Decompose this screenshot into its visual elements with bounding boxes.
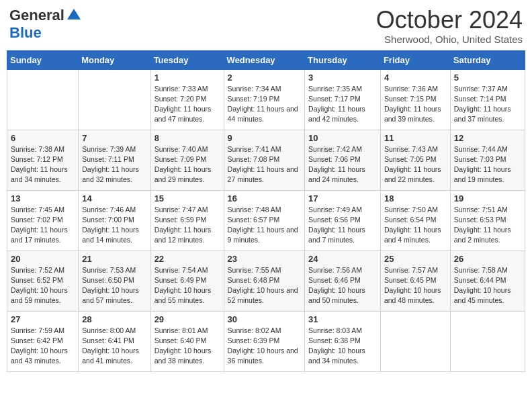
daylight-text: Daylight: 11 hours and 29 minutes. bbox=[154, 165, 220, 185]
sunrise-text: Sunrise: 8:02 AM bbox=[228, 326, 302, 336]
sunset-text: Sunset: 6:59 PM bbox=[154, 215, 220, 225]
sunset-text: Sunset: 6:40 PM bbox=[154, 336, 220, 346]
calendar-cell: 9Sunrise: 7:41 AMSunset: 7:08 PMDaylight… bbox=[224, 130, 305, 190]
calendar-cell: 22Sunrise: 7:54 AMSunset: 6:49 PMDayligh… bbox=[150, 250, 224, 311]
daylight-text: Daylight: 11 hours and 2 minutes. bbox=[454, 225, 521, 245]
sunset-text: Sunset: 7:14 PM bbox=[454, 94, 521, 104]
sunset-text: Sunset: 6:49 PM bbox=[154, 275, 220, 285]
day-info: Sunrise: 7:50 AMSunset: 6:54 PMDaylight:… bbox=[384, 205, 447, 246]
day-info: Sunrise: 7:39 AMSunset: 7:11 PMDaylight:… bbox=[82, 144, 146, 185]
sunrise-text: Sunrise: 7:39 AM bbox=[82, 144, 146, 154]
calendar-cell: 2Sunrise: 7:34 AMSunset: 7:19 PMDaylight… bbox=[224, 69, 305, 130]
day-info: Sunrise: 7:49 AMSunset: 6:56 PMDaylight:… bbox=[308, 205, 377, 246]
daylight-text: Daylight: 10 hours and 45 minutes. bbox=[454, 285, 521, 306]
day-number: 18 bbox=[384, 193, 447, 203]
sunset-text: Sunset: 6:52 PM bbox=[11, 275, 75, 285]
sunrise-text: Sunrise: 7:54 AM bbox=[154, 265, 220, 275]
calendar-cell: 11Sunrise: 7:43 AMSunset: 7:05 PMDayligh… bbox=[380, 130, 450, 190]
calendar-cell bbox=[79, 69, 150, 130]
sunset-text: Sunset: 6:45 PM bbox=[384, 275, 447, 285]
calendar-cell: 3Sunrise: 7:35 AMSunset: 7:17 PMDaylight… bbox=[305, 69, 381, 130]
day-info: Sunrise: 7:43 AMSunset: 7:05 PMDaylight:… bbox=[384, 144, 447, 185]
calendar-cell: 12Sunrise: 7:44 AMSunset: 7:03 PMDayligh… bbox=[450, 130, 525, 190]
calendar-cell: 23Sunrise: 7:55 AMSunset: 6:48 PMDayligh… bbox=[224, 250, 305, 311]
daylight-text: Daylight: 11 hours and 44 minutes. bbox=[228, 104, 302, 124]
day-number: 12 bbox=[454, 133, 521, 143]
svg-marker-0 bbox=[67, 9, 81, 19]
day-info: Sunrise: 7:34 AMSunset: 7:19 PMDaylight:… bbox=[228, 84, 302, 125]
day-of-week-header: Saturday bbox=[450, 50, 525, 69]
daylight-text: Daylight: 11 hours and 27 minutes. bbox=[228, 165, 302, 185]
sunset-text: Sunset: 6:53 PM bbox=[454, 215, 521, 225]
sunrise-text: Sunrise: 7:51 AM bbox=[454, 205, 521, 215]
daylight-text: Daylight: 11 hours and 19 minutes. bbox=[454, 165, 521, 185]
daylight-text: Daylight: 10 hours and 48 minutes. bbox=[384, 285, 447, 306]
day-info: Sunrise: 7:59 AMSunset: 6:42 PMDaylight:… bbox=[11, 326, 75, 367]
sunset-text: Sunset: 6:42 PM bbox=[11, 336, 75, 346]
day-number: 2 bbox=[228, 73, 302, 83]
daylight-text: Daylight: 10 hours and 55 minutes. bbox=[154, 285, 220, 306]
sunset-text: Sunset: 6:41 PM bbox=[82, 336, 146, 346]
day-info: Sunrise: 7:47 AMSunset: 6:59 PMDaylight:… bbox=[154, 205, 220, 246]
sunrise-text: Sunrise: 7:36 AM bbox=[384, 84, 447, 94]
sunset-text: Sunset: 6:54 PM bbox=[384, 215, 447, 225]
sunrise-text: Sunrise: 7:42 AM bbox=[308, 144, 377, 154]
daylight-text: Daylight: 10 hours and 59 minutes. bbox=[11, 285, 75, 306]
calendar-cell: 8Sunrise: 7:40 AMSunset: 7:09 PMDaylight… bbox=[150, 130, 224, 190]
day-number: 1 bbox=[154, 73, 220, 83]
calendar-cell: 30Sunrise: 8:02 AMSunset: 6:39 PMDayligh… bbox=[224, 311, 305, 371]
calendar-cell bbox=[7, 69, 79, 130]
daylight-text: Daylight: 11 hours and 42 minutes. bbox=[308, 104, 377, 124]
calendar-cell: 15Sunrise: 7:47 AMSunset: 6:59 PMDayligh… bbox=[150, 190, 224, 250]
sunrise-text: Sunrise: 7:33 AM bbox=[154, 84, 220, 94]
sunrise-text: Sunrise: 8:03 AM bbox=[308, 326, 377, 336]
sunrise-text: Sunrise: 7:38 AM bbox=[11, 144, 75, 154]
calendar-cell: 18Sunrise: 7:50 AMSunset: 6:54 PMDayligh… bbox=[380, 190, 450, 250]
day-info: Sunrise: 7:51 AMSunset: 6:53 PMDaylight:… bbox=[454, 205, 521, 246]
day-info: Sunrise: 7:40 AMSunset: 7:09 PMDaylight:… bbox=[154, 144, 220, 185]
daylight-text: Daylight: 11 hours and 4 minutes. bbox=[384, 225, 447, 245]
daylight-text: Daylight: 11 hours and 22 minutes. bbox=[384, 165, 447, 185]
calendar-header-row: SundayMondayTuesdayWednesdayThursdayFrid… bbox=[7, 50, 525, 69]
day-number: 13 bbox=[11, 193, 75, 203]
day-info: Sunrise: 7:58 AMSunset: 6:44 PMDaylight:… bbox=[454, 265, 521, 306]
day-number: 9 bbox=[228, 133, 302, 143]
daylight-text: Daylight: 10 hours and 36 minutes. bbox=[228, 346, 302, 366]
calendar-cell: 14Sunrise: 7:46 AMSunset: 7:00 PMDayligh… bbox=[79, 190, 150, 250]
calendar-cell: 19Sunrise: 7:51 AMSunset: 6:53 PMDayligh… bbox=[450, 190, 525, 250]
calendar-cell: 7Sunrise: 7:39 AMSunset: 7:11 PMDaylight… bbox=[79, 130, 150, 190]
calendar-cell: 16Sunrise: 7:48 AMSunset: 6:57 PMDayligh… bbox=[224, 190, 305, 250]
day-number: 27 bbox=[11, 314, 75, 324]
calendar-cell: 6Sunrise: 7:38 AMSunset: 7:12 PMDaylight… bbox=[7, 130, 79, 190]
day-number: 10 bbox=[308, 133, 377, 143]
daylight-text: Daylight: 10 hours and 50 minutes. bbox=[308, 285, 377, 306]
sunrise-text: Sunrise: 7:47 AM bbox=[154, 205, 220, 215]
day-info: Sunrise: 7:37 AMSunset: 7:14 PMDaylight:… bbox=[454, 84, 521, 125]
day-info: Sunrise: 7:41 AMSunset: 7:08 PMDaylight:… bbox=[228, 144, 302, 185]
sunset-text: Sunset: 7:02 PM bbox=[11, 215, 75, 225]
day-of-week-header: Wednesday bbox=[224, 50, 305, 69]
calendar-cell: 1Sunrise: 7:33 AMSunset: 7:20 PMDaylight… bbox=[150, 69, 224, 130]
sunrise-text: Sunrise: 7:53 AM bbox=[82, 265, 146, 275]
day-number: 6 bbox=[11, 133, 75, 143]
sunrise-text: Sunrise: 7:55 AM bbox=[228, 265, 302, 275]
sunset-text: Sunset: 7:03 PM bbox=[454, 154, 521, 165]
calendar-cell: 13Sunrise: 7:45 AMSunset: 7:02 PMDayligh… bbox=[7, 190, 79, 250]
calendar-cell: 24Sunrise: 7:56 AMSunset: 6:46 PMDayligh… bbox=[305, 250, 381, 311]
daylight-text: Daylight: 11 hours and 14 minutes. bbox=[82, 225, 146, 245]
sunrise-text: Sunrise: 7:50 AM bbox=[384, 205, 447, 215]
calendar-week-row: 1Sunrise: 7:33 AMSunset: 7:20 PMDaylight… bbox=[7, 69, 525, 130]
sunset-text: Sunset: 7:06 PM bbox=[308, 154, 377, 165]
logo-general-text: General bbox=[9, 7, 64, 24]
day-info: Sunrise: 8:03 AMSunset: 6:38 PMDaylight:… bbox=[308, 326, 377, 367]
calendar-cell: 10Sunrise: 7:42 AMSunset: 7:06 PMDayligh… bbox=[305, 130, 381, 190]
sunrise-text: Sunrise: 7:41 AM bbox=[228, 144, 302, 154]
day-number: 7 bbox=[82, 133, 146, 143]
sunrise-text: Sunrise: 7:34 AM bbox=[228, 84, 302, 94]
location-text: Sherwood, Ohio, United States bbox=[376, 34, 523, 45]
day-number: 5 bbox=[454, 73, 521, 83]
day-of-week-header: Friday bbox=[380, 50, 450, 69]
calendar-cell: 21Sunrise: 7:53 AMSunset: 6:50 PMDayligh… bbox=[79, 250, 150, 311]
sunrise-text: Sunrise: 7:46 AM bbox=[82, 205, 146, 215]
calendar-cell: 27Sunrise: 7:59 AMSunset: 6:42 PMDayligh… bbox=[7, 311, 79, 371]
